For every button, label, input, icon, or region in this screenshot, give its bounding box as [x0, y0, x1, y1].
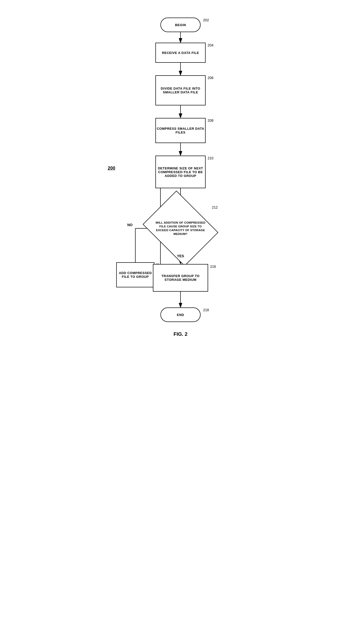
- begin-node: BEGIN: [160, 18, 201, 32]
- no-label: NO: [127, 223, 133, 227]
- determine-label: DETERMINE SIZE OF NEXT COMPRESSED FILE T…: [156, 166, 205, 178]
- divide-label: DIVIDE DATA FILE INTO SMALLER DATA FILE: [156, 87, 205, 94]
- begin-label: BEGIN: [175, 23, 186, 27]
- end-label: END: [177, 313, 184, 317]
- transfer-node: TRANSFER GROUP TO STORAGE MEDIUM: [153, 264, 208, 292]
- begin-ref: 202: [203, 18, 209, 22]
- decision-label: WILL ADDITION OF COMPRESSED FILE CAUSE G…: [155, 205, 206, 252]
- fig-label: FIG. 2: [155, 331, 206, 337]
- receive-ref: 204: [208, 43, 213, 47]
- yes-label: YES: [177, 254, 184, 258]
- transfer-ref: 216: [210, 265, 216, 269]
- divide-ref: 206: [208, 76, 213, 80]
- add-label: ADD COMPRESSED FILE TO GROUP: [117, 271, 154, 279]
- compress-label: COMPRESS SMALLER DATA FILES: [156, 127, 205, 134]
- transfer-label: TRANSFER GROUP TO STORAGE MEDIUM: [153, 274, 208, 282]
- determine-node: DETERMINE SIZE OF NEXT COMPRESSED FILE T…: [155, 156, 206, 188]
- determine-ref: 210: [208, 156, 213, 160]
- decision-ref: 212: [212, 205, 218, 209]
- flowchart-diagram: BEGIN 202 RECEIVE A DATA FILE 204 DIVIDE…: [105, 10, 256, 612]
- compress-node: COMPRESS SMALLER DATA FILES: [155, 118, 206, 143]
- receive-node: RECEIVE A DATA FILE: [155, 43, 206, 63]
- divide-node: DIVIDE DATA FILE INTO SMALLER DATA FILE: [155, 75, 206, 105]
- end-node: END: [160, 307, 201, 322]
- end-ref: 218: [203, 308, 209, 312]
- add-node: ADD COMPRESSED FILE TO GROUP: [116, 262, 154, 287]
- compress-ref: 208: [208, 118, 213, 122]
- receive-label: RECEIVE A DATA FILE: [162, 51, 199, 55]
- diagram-ref-200: 200: [108, 166, 115, 171]
